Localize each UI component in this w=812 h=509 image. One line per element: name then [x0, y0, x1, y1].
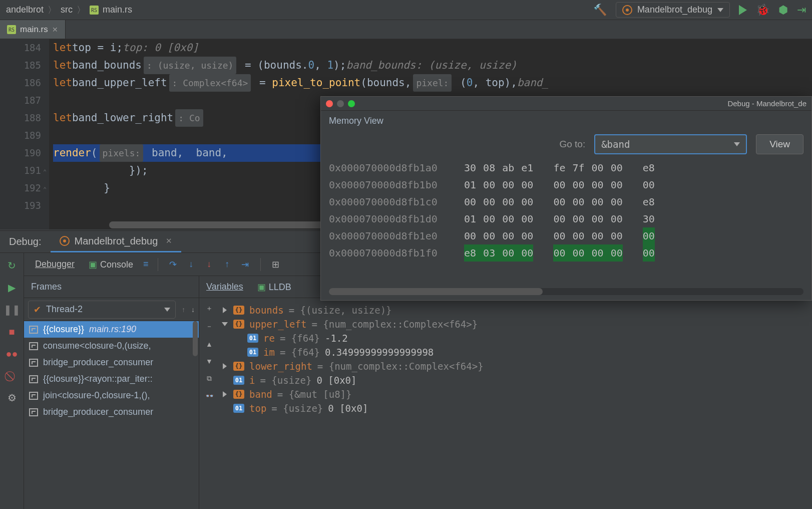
add-watch-icon[interactable]: ＋ [206, 304, 213, 313]
tab-variables[interactable]: Variables [206, 282, 243, 292]
run-to-cursor-icon[interactable]: ⇥ [239, 259, 251, 270]
stack-frame[interactable]: {{closure}}<rayon::par_iter:: [24, 371, 199, 387]
rust-config-icon [622, 5, 632, 15]
window-close-icon[interactable] [326, 100, 333, 107]
var-node[interactable]: {} upper_left = {num_complex::Complex<f6… [219, 317, 812, 331]
frame-icon [29, 326, 38, 334]
debug-icon[interactable]: 🐞 [756, 4, 769, 17]
frame-icon [29, 375, 38, 383]
horizontal-scrollbar[interactable] [329, 288, 803, 295]
frame-icon [29, 359, 38, 367]
debug-session-toolbar: ↻ ▶ ❚❚ ■ ●● ⃠ ⚙ [0, 253, 24, 509]
tab-debugger[interactable]: Debugger [31, 256, 79, 273]
primitive-icon: 01 [233, 404, 244, 413]
run-icon[interactable] [739, 5, 747, 15]
object-icon: {} [233, 362, 244, 371]
expand-icon[interactable] [221, 307, 228, 313]
rust-file-icon: RS [7, 25, 16, 34]
prev-frame-icon[interactable]: ↑ [182, 306, 185, 314]
var-node[interactable]: 01 top = {usize} 0 [0x0] [219, 401, 812, 415]
settings-icon[interactable]: ⚙ [7, 392, 18, 403]
svg-text:RS: RS [9, 27, 15, 33]
rust-config-icon [60, 236, 70, 246]
chevron-down-icon [164, 308, 170, 312]
frame-icon [29, 408, 38, 416]
step-into-icon[interactable]: ↓ [185, 259, 197, 270]
svg-text:RS: RS [91, 8, 97, 13]
breadcrumb-part[interactable]: src [61, 5, 73, 15]
copy-icon[interactable]: ⧉ [207, 374, 212, 383]
window-zoom-icon[interactable] [348, 100, 355, 107]
stack-frame[interactable]: {{closure}} main.rs:190 [24, 321, 199, 338]
evaluate-icon[interactable]: ⊞ [270, 259, 282, 270]
stack-frame[interactable]: bridge_producer_consumer [24, 354, 199, 371]
primitive-icon: 01 [247, 348, 258, 357]
run-config-dropdown[interactable]: Mandelbrot_debug [616, 2, 730, 18]
primitive-icon: 01 [233, 376, 244, 385]
view-breakpoints-icon[interactable]: ●● [7, 348, 18, 359]
stack-frame[interactable]: consume<closure-0,(usize, [24, 338, 199, 354]
editor-tab[interactable]: RS main.rs ✕ [0, 20, 66, 39]
expand-icon[interactable] [221, 363, 228, 369]
show-watches-icon[interactable]: 👓 [205, 392, 214, 400]
var-node[interactable]: {} band = {&mut [u8]} [219, 387, 812, 401]
breadcrumb: andelbrot 〉 src 〉 RS main.rs [6, 4, 132, 16]
vertical-scrollbar[interactable] [193, 321, 198, 356]
chevron-right-icon: 〉 [77, 4, 86, 16]
stop-icon[interactable]: ■ [7, 326, 18, 337]
thread-dropdown[interactable]: ✔ Thread-2 [28, 301, 176, 319]
move-up-icon[interactable]: ▲ [206, 340, 213, 348]
force-step-into-icon[interactable]: ↓ [203, 259, 215, 270]
move-down-icon[interactable]: ▼ [206, 357, 213, 365]
window-minimize-icon[interactable] [337, 100, 344, 107]
stack-frame[interactable]: bridge_producer_consumer [24, 404, 199, 420]
object-icon: {} [233, 306, 244, 315]
fold-icon[interactable]: ⌃ [43, 163, 47, 181]
threads-icon[interactable]: ≡ [143, 259, 149, 270]
close-icon[interactable]: ✕ [166, 236, 172, 245]
debug-session-tab[interactable]: Mandelbrot_debug ✕ [51, 231, 182, 252]
next-frame-icon[interactable]: ↓ [191, 306, 195, 314]
var-node[interactable]: 01 i = {usize} 0 [0x0] [219, 373, 812, 387]
mute-breakpoints-icon[interactable]: ⃠ [7, 370, 18, 381]
coverage-icon[interactable]: ⬢ [778, 4, 788, 17]
collapse-icon[interactable] [221, 322, 228, 326]
resume-icon[interactable]: ▶ [7, 282, 18, 293]
memory-grid[interactable]: 0x000070000d8fb1a03008abe1fe7f0000e80x00… [321, 157, 811, 285]
svg-point-8 [63, 239, 66, 242]
var-node[interactable]: 01 re = {f64} -1.2 [219, 331, 812, 345]
var-node[interactable]: 01 im = {f64} 0.34999999999999998 [219, 345, 812, 359]
rust-file-icon: RS [90, 6, 99, 15]
expand-icon[interactable] [221, 391, 228, 397]
window-title: Debug - Mandelbrot_de [727, 99, 806, 108]
var-node[interactable]: {} lower_right = {num_complex::Complex<f… [219, 359, 812, 373]
chevron-down-icon [717, 8, 723, 12]
step-out-icon[interactable]: ↑ [221, 259, 233, 270]
gutter: 184 185 186 187 188 189 190 191 192 193 … [0, 39, 49, 229]
memory-view-title: Memory View [321, 111, 811, 131]
pause-icon[interactable]: ❚❚ [7, 304, 18, 315]
tab-lldb[interactable]: ▣LLDB [257, 282, 291, 293]
breadcrumb-part[interactable]: andelbrot [6, 5, 44, 15]
close-icon[interactable]: ✕ [52, 26, 58, 34]
step-over-icon[interactable]: ↷ [167, 259, 179, 270]
rerun-icon[interactable]: ↻ [7, 260, 18, 271]
debug-title: Debug: [0, 236, 51, 247]
object-icon: {} [233, 390, 244, 399]
stack-frame[interactable]: join<closure-0,closure-1,(), [24, 387, 199, 404]
debug-session-name: Mandelbrot_debug [75, 235, 158, 247]
chevron-right-icon: 〉 [48, 4, 57, 16]
build-icon[interactable]: 🔨 [593, 4, 607, 17]
breadcrumb-file[interactable]: main.rs [103, 5, 132, 15]
thread-name: Thread-2 [46, 304, 83, 315]
chevron-down-icon [734, 142, 740, 146]
goto-address-input[interactable]: &band [594, 134, 747, 154]
var-node[interactable]: {} bounds = {(usize, usize)} [219, 303, 812, 317]
fold-icon[interactable]: ⌃ [43, 181, 47, 198]
tab-console[interactable]: ▣Console [85, 256, 137, 273]
remove-watch-icon[interactable]: － [206, 322, 213, 331]
frame-icon [29, 392, 38, 400]
profile-icon[interactable]: ⇥ [797, 4, 806, 17]
frames-title: Frames [24, 276, 199, 298]
view-button[interactable]: View [756, 134, 803, 154]
